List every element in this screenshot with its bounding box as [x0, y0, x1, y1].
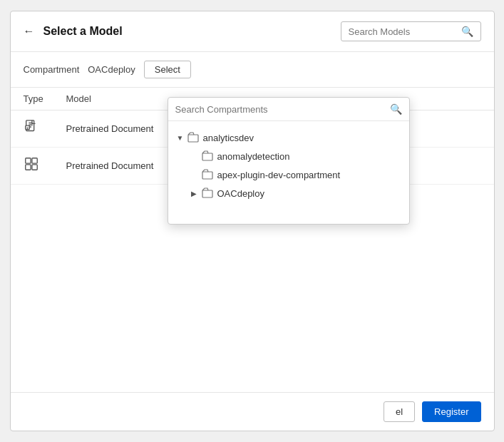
- tree-toggle-analyticsdev: ▼: [177, 134, 187, 142]
- page-title: Select a Model: [43, 25, 123, 38]
- svg-rect-6: [188, 135, 198, 142]
- search-models-container: 🔍: [341, 21, 481, 41]
- tree-item-oacdeploy[interactable]: ▶ OACdeploy: [188, 184, 403, 202]
- filter-bar: Compartment OACdeploy Select: [11, 52, 494, 88]
- back-button[interactable]: ←: [24, 25, 35, 38]
- main-panel: ← Select a Model 🔍 Compartment OACdeploy…: [10, 11, 495, 431]
- tree-item-analyticsdev[interactable]: ▼ analyticsdev: [174, 128, 403, 147]
- bottom-bar: el Register: [11, 392, 494, 431]
- register-button[interactable]: Register: [422, 401, 480, 422]
- tree-toggle-oac: ▶: [191, 190, 201, 197]
- tree-label-anomaly: anomalydetection: [217, 151, 290, 162]
- top-bar-left: ← Select a Model: [24, 25, 123, 38]
- tree-item-anomalydetection[interactable]: anomalydetection: [188, 147, 403, 165]
- svg-rect-7: [202, 153, 212, 160]
- svg-rect-8: [202, 172, 212, 179]
- svg-rect-4: [25, 165, 30, 170]
- svg-rect-2: [25, 158, 30, 163]
- svg-rect-9: [202, 190, 212, 197]
- search-models-icon: 🔍: [461, 26, 473, 37]
- tree-item-apex[interactable]: apex-plugin-dev-compartment: [188, 165, 403, 184]
- type-icon-doc: [24, 119, 66, 138]
- tree-label-oac: OACdeploy: [217, 188, 264, 199]
- select-button[interactable]: Select: [144, 61, 191, 78]
- col-header-type: Type: [24, 93, 66, 104]
- tree-children-analyticsdev: anomalydetection apex-plugin-dev-compart…: [174, 147, 403, 202]
- compartment-tree: ▼ analyticsdev: [168, 121, 409, 210]
- compartment-label: Compartment: [24, 64, 80, 75]
- compartment-folder-icon: [187, 131, 200, 144]
- svg-rect-3: [31, 158, 36, 163]
- search-models-input[interactable]: [349, 26, 456, 37]
- compartment-folder-icon-oac: [201, 187, 214, 200]
- tree-label-apex: apex-plugin-dev-compartment: [217, 170, 341, 180]
- svg-rect-5: [31, 165, 36, 170]
- compartment-search-icon: 🔍: [390, 103, 402, 115]
- type-icon-bars: [24, 156, 66, 175]
- tree-label-analyticsdev: analyticsdev: [203, 133, 254, 143]
- compartment-folder-icon-anomaly: [201, 150, 214, 163]
- compartment-search-input[interactable]: [175, 104, 384, 115]
- top-bar: ← Select a Model 🔍: [11, 11, 494, 52]
- oac-label: OACdeploy: [88, 64, 135, 75]
- compartment-dropdown: 🔍 ▼ analyticsdev: [168, 97, 410, 225]
- compartment-folder-icon-apex: [201, 168, 214, 181]
- dropdown-search-bar: 🔍: [168, 98, 409, 121]
- cancel-button[interactable]: el: [384, 401, 415, 422]
